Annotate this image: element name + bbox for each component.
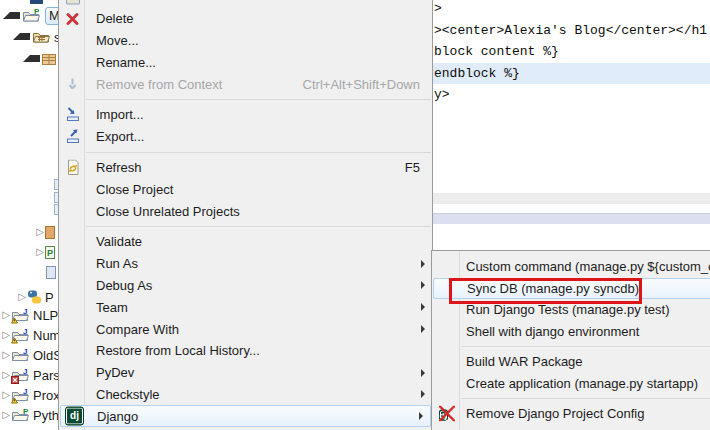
eclipse-window: > ><center>Alexia's Blog</center></h1 bl…	[0, 0, 710, 430]
menu-item-clipped-top[interactable]	[59, 0, 432, 8]
java-folder-warning-icon: J	[11, 307, 30, 324]
expand-arrow-icon[interactable]	[23, 55, 40, 62]
menu-item-validate[interactable]: Validate	[59, 231, 432, 253]
menu-separator	[86, 148, 431, 157]
menu-item-label: Debug As	[96, 278, 152, 293]
menu-item-label: Django	[97, 409, 138, 424]
menu-separator	[86, 222, 431, 231]
submenu-item-create-application[interactable]: Create application (manage.py startapp)	[432, 373, 710, 395]
code-line: >	[429, 0, 710, 20]
svg-text:J: J	[23, 387, 27, 396]
collapse-arrow-icon[interactable]: ▷	[1, 330, 11, 340]
menu-item-label: Delete	[96, 11, 134, 26]
menu-item-restore-from-local-history[interactable]: Restore from Local History...	[59, 340, 432, 362]
red-annotation-rectangle	[449, 278, 642, 304]
menu-item-label: Compare With	[96, 322, 179, 337]
menu-item-debug-as[interactable]: Debug As	[59, 275, 432, 297]
menu-item-refresh[interactable]: Refresh F5	[59, 157, 432, 179]
collapse-arrow-icon[interactable]: ▷	[17, 292, 27, 302]
tree-item-label: Prox	[33, 388, 60, 403]
code-line: block content %}	[429, 41, 710, 63]
expand-arrow-icon[interactable]	[3, 12, 20, 19]
python-project-folder-icon: P	[22, 8, 41, 24]
svg-text:P: P	[47, 248, 53, 258]
menu-item-label: Move...	[96, 33, 139, 48]
collapse-arrow-icon[interactable]: ▷	[35, 247, 45, 257]
menu-item-team[interactable]: Team	[59, 296, 432, 318]
python-project-folder-icon: P	[11, 407, 30, 424]
menu-item-label: Shell with django environment	[466, 324, 639, 339]
django-icon: dj	[65, 407, 84, 426]
menu-item-label: Run As	[96, 256, 138, 271]
file-icon	[46, 266, 56, 279]
import-icon	[63, 105, 82, 124]
svg-text:J: J	[23, 367, 27, 376]
django-submenu: Custom command (manage.py ${custom_c Syn…	[431, 250, 710, 430]
submenu-arrow-icon	[421, 325, 425, 333]
java-folder-icon: J	[11, 347, 30, 364]
background-selection-band	[429, 213, 710, 224]
menu-item-label: Custom command (manage.py ${custom_c	[466, 259, 710, 274]
background-panel-band	[429, 193, 710, 204]
java-folder-error-icon: J	[11, 367, 30, 384]
refresh-icon	[63, 158, 82, 177]
menu-item-rename[interactable]: Rename...	[59, 51, 432, 73]
collapse-arrow-icon[interactable]: ▷	[1, 350, 11, 360]
menu-item-label: Restore from Local History...	[96, 343, 260, 358]
menu-item-shortcut: F5	[387, 160, 420, 175]
svg-text:J: J	[23, 327, 27, 336]
menu-separator	[461, 394, 710, 403]
expand-arrow-icon[interactable]	[13, 33, 30, 40]
menu-item-close-project[interactable]: Close Project	[59, 178, 432, 200]
orange-file-icon	[45, 226, 55, 239]
menu-item-remove-from-context[interactable]: Remove from Context Ctrl+Alt+Shift+Down	[59, 73, 432, 95]
menu-item-label: Build WAR Package	[466, 354, 583, 369]
submenu-arrow-icon	[421, 281, 425, 289]
menu-item-delete[interactable]: Delete	[59, 8, 432, 30]
submenu-arrow-icon	[419, 412, 423, 420]
menu-item-move[interactable]: Move...	[59, 30, 432, 52]
submenu-item-build-war-package[interactable]: Build WAR Package	[432, 351, 710, 373]
svg-text:J: J	[23, 347, 27, 356]
collapse-arrow-icon[interactable]: ▷	[1, 310, 11, 320]
editor-code: > ><center>Alexia's Blog</center></h1 bl…	[429, 0, 710, 106]
collapse-arrow-icon[interactable]: ▷	[35, 227, 45, 237]
delete-icon	[63, 9, 82, 28]
submenu-item-shell-with-django-environment[interactable]: Shell with django environment	[432, 321, 710, 343]
svg-text:P: P	[23, 407, 29, 416]
menu-item-label: Team	[96, 300, 128, 315]
tree-item-label: NLPl	[33, 308, 61, 323]
submenu-arrow-icon	[421, 369, 425, 377]
remove-from-context-icon	[63, 75, 82, 94]
menu-item-compare-with[interactable]: Compare With	[59, 318, 432, 340]
collapse-arrow-icon[interactable]: ▷	[1, 370, 11, 380]
tree-item-label: Pars	[33, 368, 60, 383]
menu-item-shortcut: Ctrl+Alt+Shift+Down	[285, 77, 420, 92]
submenu-arrow-icon	[421, 303, 425, 311]
menu-item-export[interactable]: Export...	[59, 126, 432, 148]
menu-item-pydev[interactable]: PyDev	[59, 362, 432, 384]
package-folder-icon	[32, 29, 51, 45]
menu-item-run-as[interactable]: Run As	[59, 253, 432, 275]
menu-separator	[86, 95, 431, 104]
submenu-item-remove-django-project-config[interactable]: dj Remove Django Project Config	[432, 403, 710, 425]
menu-item-label: Remove from Context	[96, 77, 222, 92]
svg-text:P: P	[34, 8, 40, 16]
menu-item-checkstyle[interactable]: Checkstyle	[59, 384, 432, 406]
tree-item-label: P	[45, 290, 54, 305]
menu-item-label: Create application (manage.py startapp)	[466, 376, 698, 391]
collapse-arrow-icon[interactable]: ▷	[1, 390, 11, 400]
menu-item-label: Run Django Tests (manage.py test)	[466, 302, 670, 317]
paste-icon	[63, 0, 82, 6]
menu-item-label: PyDev	[96, 365, 134, 380]
submenu-item-custom-command[interactable]: Custom command (manage.py ${custom_c	[432, 256, 710, 278]
menu-item-label: Export...	[96, 129, 144, 144]
menu-item-close-unrelated-projects[interactable]: Close Unrelated Projects	[59, 200, 432, 222]
menu-item-import[interactable]: Import...	[59, 104, 432, 126]
tree-item-label: Num	[33, 328, 60, 343]
menu-item-label: Validate	[96, 234, 142, 249]
collapse-arrow-icon[interactable]: ▷	[1, 410, 11, 420]
menu-item-django[interactable]: dj Django	[60, 405, 431, 427]
tree-item-label: Pyth	[33, 408, 59, 423]
menu-item-label: Rename...	[96, 55, 156, 70]
